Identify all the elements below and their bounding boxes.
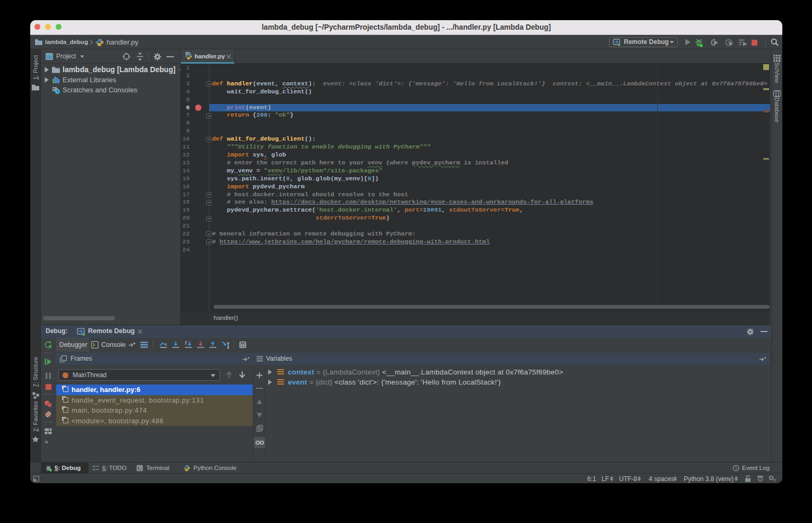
svg-text:?: ? — [773, 478, 776, 482]
